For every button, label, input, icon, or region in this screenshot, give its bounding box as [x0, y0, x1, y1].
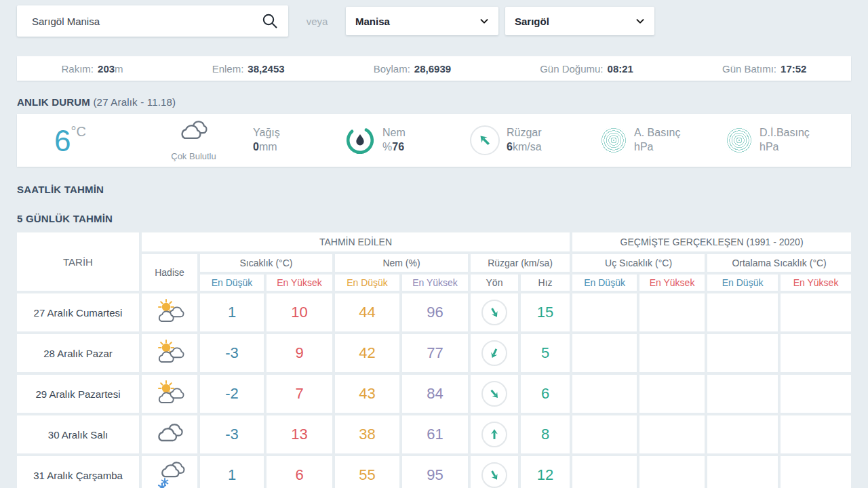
humidity-gauge-icon — [344, 125, 376, 156]
humidity-group-header: Nem (%) — [335, 254, 468, 272]
past-extreme-max-cell — [639, 375, 705, 413]
condition-column-header: Hadise — [142, 254, 197, 291]
past-extreme-max-cell — [639, 456, 705, 488]
past-average-max-cell — [781, 456, 851, 488]
location-info-bar: Rakım:203m Enlem:38,2453 Boylam:28,6939 … — [17, 56, 851, 81]
past-average-min-cell — [707, 456, 778, 488]
altitude: Rakım:203m — [62, 63, 123, 75]
current-temperature: 6°C — [54, 125, 134, 156]
direction-header: Yön — [471, 274, 518, 291]
humidity-max-cell: 95 — [402, 456, 468, 488]
condition-cell — [142, 334, 197, 372]
past-average-min-cell — [707, 375, 778, 413]
hourly-forecast-title: SAATLİK TAHMİN — [17, 184, 851, 195]
past-average-min-cell — [707, 415, 778, 453]
district-select[interactable]: Sarıgöl — [505, 7, 654, 35]
wind-direction-icon — [481, 300, 507, 325]
partly-cloudy-icon — [153, 339, 186, 367]
search-input[interactable] — [31, 15, 260, 28]
wind-speed-cell: 8 — [521, 415, 570, 453]
temp-max-cell: 7 — [267, 375, 332, 413]
date-column-header: TARİH — [17, 232, 139, 291]
temp-min-cell: -3 — [200, 334, 264, 372]
date-cell: 31 Aralık Çarşamba — [17, 456, 139, 488]
wind-direction-icon — [481, 462, 507, 488]
past-average-max-cell — [781, 293, 851, 331]
district-select-value: Sarıgöl — [515, 16, 549, 27]
min-header: En Düşük — [707, 274, 778, 291]
condition-cell — [142, 375, 197, 413]
temp-max-cell: 13 — [267, 415, 332, 453]
or-label: veya — [288, 16, 346, 27]
max-header: En Yüksek — [402, 274, 468, 291]
wind: Rüzgar 6km/sa — [470, 125, 600, 155]
humidity-min-cell: 44 — [335, 293, 399, 331]
date-cell: 28 Aralık Pazar — [17, 334, 139, 372]
date-cell: 29 Aralık Pazartesi — [17, 375, 139, 413]
forecast-group-header: TAHMİN EDİLEN — [142, 232, 570, 251]
search-button[interactable] — [260, 11, 280, 31]
humidity: Nem %76 — [344, 125, 470, 156]
temp-max-cell: 10 — [267, 293, 332, 331]
current-conditions-panel: 6°C Çok Bulutlu Yağış 0mm Nem %76 — [17, 114, 851, 167]
wind-direction-cell — [471, 456, 518, 488]
past-extreme-min-cell — [572, 293, 637, 331]
temp-max-cell: 9 — [267, 334, 332, 372]
past-average-min-cell — [707, 334, 778, 372]
past-extreme-max-cell — [639, 415, 705, 453]
five-day-forecast-table: TARİH TAHMİN EDİLEN GEÇMİŞTE GERÇEKLEŞEN… — [14, 230, 854, 488]
province-select[interactable]: Manisa — [346, 7, 498, 35]
chevron-down-icon — [478, 15, 490, 27]
past-extreme-min-cell — [572, 375, 637, 413]
wind-speed-cell: 5 — [521, 334, 570, 372]
past-group-header: GEÇMİŞTE GERÇEKLEŞEN (1991 - 2020) — [572, 232, 851, 251]
past-extreme-min-cell — [572, 334, 637, 372]
past-average-max-cell — [781, 375, 851, 413]
max-header: En Yüksek — [639, 274, 705, 291]
average-temp-group-header: Ortalama Sıcaklık (°C) — [707, 254, 851, 272]
past-average-max-cell — [781, 415, 851, 453]
date-cell: 30 Aralık Salı — [17, 415, 139, 453]
humidity-max-cell: 96 — [402, 293, 468, 331]
past-extreme-max-cell — [639, 334, 705, 372]
page: veya Manisa Sarıgöl Rakım:203m Enlem:38,… — [0, 0, 868, 488]
cloudy-icon — [153, 422, 186, 447]
past-average-max-cell — [781, 334, 851, 372]
chevron-down-icon — [634, 15, 646, 27]
wind-direction-icon — [481, 381, 507, 407]
sunrise: Gün Doğumu:08:21 — [540, 63, 633, 75]
max-header: En Yüksek — [781, 274, 851, 291]
humidity-max-cell: 84 — [402, 375, 468, 413]
temp-max-cell: 6 — [267, 456, 332, 488]
sea-level-pressure: D.İ.Basınç hPa — [726, 126, 851, 155]
pressure-rings-icon — [726, 127, 753, 154]
search-icon — [261, 12, 279, 30]
past-extreme-max-cell — [639, 293, 705, 331]
forecast-row: 31 Aralık Çarşamba 1 6 55 95 — [17, 456, 851, 488]
longitude: Boylam:28,6939 — [374, 63, 451, 75]
extreme-temp-group-header: Uç Sıcaklık (°C) — [572, 254, 705, 272]
min-header: En Düşük — [335, 274, 399, 291]
search-box[interactable] — [17, 5, 288, 37]
top-search-bar: veya Manisa Sarıgöl — [17, 0, 851, 37]
condition-label: Çok Bulutlu — [171, 151, 216, 161]
wind-direction-cell — [471, 415, 518, 453]
date-cell: 27 Aralık Cumartesi — [17, 293, 139, 331]
pressure-rings-icon — [600, 127, 627, 154]
latitude: Enlem:38,2453 — [212, 63, 285, 75]
actual-pressure: A. Basınç hPa — [600, 126, 726, 155]
humidity-max-cell: 61 — [402, 415, 468, 453]
max-header: En Yüksek — [267, 274, 332, 291]
temp-min-cell: 1 — [200, 456, 264, 488]
forecast-row: 27 Aralık Cumartesi 1 — [17, 293, 851, 331]
temp-min-cell: -3 — [200, 415, 264, 453]
precipitation: Yağış 0mm — [253, 126, 344, 155]
min-header: En Düşük — [572, 274, 637, 291]
wind-speed-cell: 6 — [521, 375, 570, 413]
forecast-row: 28 Aralık Pazar -3 — [17, 334, 851, 372]
humidity-min-cell: 55 — [335, 456, 399, 488]
wind-speed-cell: 15 — [521, 293, 570, 331]
wind-direction-icon — [470, 125, 500, 155]
current-condition: Çok Bulutlu — [134, 120, 253, 161]
sunset: Gün Batımı:17:52 — [722, 63, 806, 75]
